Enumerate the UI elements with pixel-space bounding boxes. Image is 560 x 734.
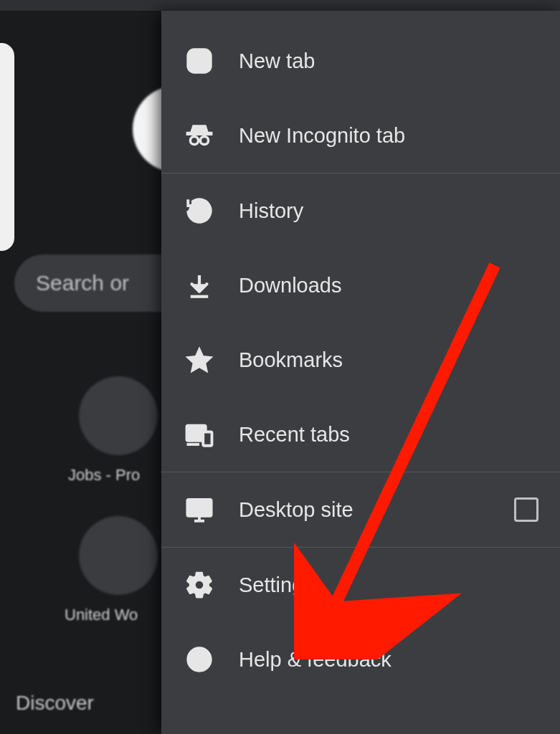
- svg-point-4: [190, 136, 198, 144]
- svg-point-16: [198, 664, 201, 667]
- menu-item-incognito[interactable]: New Incognito tab: [161, 98, 560, 173]
- menu-item-label: New Incognito tab: [239, 124, 405, 148]
- monitor-icon: [184, 495, 214, 525]
- devices-icon: [184, 419, 214, 449]
- history-icon: [184, 196, 214, 226]
- shortcut-label: Jobs - Pro: [68, 466, 140, 485]
- discover-heading: Discover: [16, 692, 94, 715]
- menu-item-history[interactable]: History: [161, 173, 560, 248]
- help-icon: [184, 644, 214, 675]
- svg-rect-11: [203, 432, 212, 446]
- desktop-site-checkbox[interactable]: [514, 497, 538, 522]
- download-icon: [184, 270, 214, 300]
- gear-icon: [184, 570, 214, 600]
- menu-item-recent-tabs[interactable]: Recent tabs: [161, 397, 560, 472]
- menu-item-label: Bookmarks: [239, 348, 343, 372]
- menu-item-bookmarks[interactable]: Bookmarks: [161, 323, 560, 397]
- svg-rect-12: [187, 500, 211, 516]
- star-icon: [184, 345, 214, 375]
- menu-item-downloads[interactable]: Downloads: [161, 248, 560, 323]
- overflow-menu: New tab New Incognito tab History: [161, 11, 560, 734]
- menu-item-label: Downloads: [239, 274, 341, 297]
- menu-item-help-feedback[interactable]: Help & feedback: [161, 622, 560, 697]
- menu-item-settings[interactable]: Settings: [161, 548, 560, 622]
- incognito-icon: [184, 120, 214, 151]
- menu-item-label: Recent tabs: [239, 423, 350, 447]
- menu-item-label: Settings: [239, 573, 314, 597]
- search-placeholder: Search or: [36, 271, 129, 295]
- status-bar: [0, 0, 560, 11]
- menu-item-new-tab[interactable]: New tab: [161, 24, 560, 98]
- menu-item-label: Help & feedback: [239, 648, 391, 672]
- menu-item-label: History: [239, 199, 303, 223]
- menu-item-label: New tab: [239, 49, 315, 73]
- left-panel-fragment: [0, 43, 14, 251]
- svg-point-5: [200, 136, 208, 144]
- shortcut-tile[interactable]: [79, 376, 158, 455]
- plus-square-icon: [184, 46, 214, 76]
- shortcut-tile[interactable]: [79, 516, 158, 595]
- menu-item-label: Desktop site: [239, 498, 353, 522]
- shortcut-label: United Wo: [65, 606, 138, 624]
- menu-item-desktop-site[interactable]: Desktop site: [161, 472, 560, 547]
- svg-rect-3: [187, 133, 212, 135]
